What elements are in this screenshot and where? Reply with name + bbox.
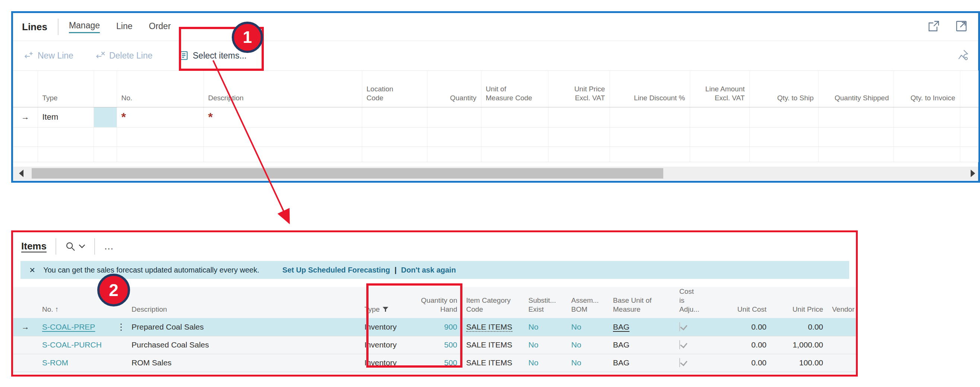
col-description[interactable]: Description bbox=[204, 70, 362, 107]
cost-adjusted-cell[interactable] bbox=[675, 318, 711, 336]
cost-adjusted-cell[interactable] bbox=[675, 336, 711, 354]
uom-cell[interactable] bbox=[481, 107, 548, 127]
col-no[interactable]: No. ↑ bbox=[38, 287, 127, 318]
item-category-cell[interactable]: SALE ITEMS bbox=[462, 336, 524, 354]
substit-exist-cell[interactable]: No bbox=[524, 336, 567, 354]
item-row[interactable]: S-COAL-PURCH Purchased Coal Sales Invent… bbox=[13, 336, 856, 354]
qty-on-hand-cell[interactable]: 500 bbox=[411, 354, 462, 372]
type-cell[interactable]: Inventory bbox=[360, 318, 411, 336]
qty-shipped-cell[interactable] bbox=[818, 107, 894, 127]
substit-exist-cell[interactable]: No bbox=[524, 354, 567, 372]
type-cell[interactable]: Inventory bbox=[360, 354, 411, 372]
no-cell[interactable]: S-COAL-PURCH bbox=[38, 336, 127, 354]
col-qty-to-ship[interactable]: Qty. to Ship bbox=[749, 70, 818, 107]
col-type[interactable]: Type bbox=[38, 70, 94, 107]
pin-icon[interactable] bbox=[957, 49, 978, 62]
assem-bom-cell[interactable]: No bbox=[567, 336, 608, 354]
item-no-link[interactable]: S-COAL-PURCH bbox=[42, 341, 102, 349]
item-row[interactable]: S-ROM ROM Sales Inventory 500 SALE ITEMS… bbox=[13, 354, 856, 372]
scroll-left-button[interactable] bbox=[19, 170, 24, 177]
col-qty-on-hand[interactable]: Quantity on Hand bbox=[411, 287, 462, 318]
qty-ship-cell[interactable] bbox=[749, 107, 818, 127]
col-quantity-shipped[interactable]: Quantity Shipped bbox=[818, 70, 894, 107]
tab-manage[interactable]: Manage bbox=[69, 21, 100, 33]
description-cell[interactable]: Purchased Coal Sales bbox=[127, 336, 360, 354]
no-cell[interactable]: S-COAL-PREP ⋮ bbox=[38, 318, 127, 336]
col-unit-cost[interactable]: Unit Cost bbox=[711, 287, 771, 318]
col-qty-to-invoice[interactable]: Qty. to Invoice bbox=[894, 70, 960, 107]
unit-cost-cell[interactable]: 0.00 bbox=[711, 336, 771, 354]
qty-invoice-cell[interactable] bbox=[894, 107, 960, 127]
description-cell[interactable]: ROM Sales bbox=[127, 354, 360, 372]
setup-forecasting-link[interactable]: Set Up Scheduled Forecasting bbox=[282, 266, 390, 274]
selection-cell[interactable] bbox=[94, 107, 117, 127]
notification-close-icon[interactable]: × bbox=[29, 265, 35, 275]
no-cell[interactable]: * bbox=[117, 107, 204, 127]
description-cell[interactable]: * bbox=[204, 107, 362, 127]
qty-on-hand-cell[interactable]: 900 bbox=[411, 318, 462, 336]
vendor-cell[interactable] bbox=[827, 336, 856, 354]
unit-cost-cell[interactable]: 0.00 bbox=[711, 318, 771, 336]
col-item-category[interactable]: Item Category Code bbox=[462, 287, 524, 318]
col-no[interactable]: No. bbox=[117, 70, 204, 107]
col-type[interactable]: Type bbox=[360, 287, 411, 318]
qty-on-hand-cell[interactable]: 500 bbox=[411, 336, 462, 354]
line-amount-cell[interactable] bbox=[690, 107, 749, 127]
col-assem-bom[interactable]: Assem... BOM bbox=[567, 287, 608, 318]
scroll-thumb[interactable] bbox=[32, 168, 663, 178]
unit-price-cell[interactable]: 1,000.00 bbox=[771, 336, 827, 354]
item-row-selected[interactable]: → S-COAL-PREP ⋮ Prepared Coal Sales Inve… bbox=[13, 318, 856, 336]
assem-bom-cell[interactable]: No bbox=[567, 354, 608, 372]
cost-adjusted-cell[interactable] bbox=[675, 354, 711, 372]
location-cell[interactable] bbox=[362, 107, 427, 127]
col-vendor[interactable]: Vendor bbox=[827, 287, 856, 318]
delete-line-button[interactable]: Delete Line bbox=[95, 50, 153, 61]
col-line-discount[interactable]: Line Discount % bbox=[609, 70, 690, 107]
unit-price-cell[interactable]: 0.00 bbox=[771, 318, 827, 336]
substit-exist-cell[interactable]: No bbox=[524, 318, 567, 336]
base-unit-cell[interactable]: BAG bbox=[608, 354, 675, 372]
lines-row-1[interactable]: → Item * * bbox=[13, 107, 978, 127]
more-options-button[interactable]: … bbox=[104, 240, 115, 252]
lines-row-2[interactable] bbox=[13, 127, 978, 147]
h-scrollbar[interactable] bbox=[13, 167, 978, 180]
line-discount-cell[interactable] bbox=[609, 107, 690, 127]
unit-cost-cell[interactable]: 0.00 bbox=[711, 354, 771, 372]
row-menu-icon[interactable]: ⋮ bbox=[117, 322, 126, 332]
popout-icon[interactable] bbox=[955, 20, 968, 34]
dont-ask-again-link[interactable]: Don't ask again bbox=[401, 266, 456, 274]
col-quantity[interactable]: Quantity bbox=[427, 70, 481, 107]
col-description[interactable]: Description bbox=[127, 287, 360, 318]
item-category-cell[interactable]: SALE ITEMS bbox=[462, 354, 524, 372]
new-line-button[interactable]: New Line bbox=[24, 50, 73, 61]
no-cell[interactable]: S-ROM bbox=[38, 354, 127, 372]
select-items-button[interactable]: Select items... bbox=[178, 50, 246, 61]
unit-price-cell[interactable] bbox=[548, 107, 609, 127]
col-substit-exist[interactable]: Substit... Exist bbox=[524, 287, 567, 318]
lines-row-3[interactable] bbox=[13, 147, 978, 162]
col-unit-price[interactable]: Unit Price bbox=[771, 287, 827, 318]
base-unit-cell[interactable]: BAG bbox=[608, 318, 675, 336]
col-location-code[interactable]: Location Code bbox=[362, 70, 427, 107]
col-unit-price[interactable]: Unit Price Excl. VAT bbox=[548, 70, 609, 107]
tab-line[interactable]: Line bbox=[116, 21, 132, 33]
items-title[interactable]: Items bbox=[21, 240, 46, 252]
description-cell[interactable]: Prepared Coal Sales bbox=[127, 318, 360, 336]
item-category-cell[interactable]: SALE ITEMS bbox=[462, 318, 524, 336]
base-unit-cell[interactable]: BAG bbox=[608, 336, 675, 354]
type-cell[interactable]: Item bbox=[38, 107, 94, 127]
search-button[interactable] bbox=[65, 241, 85, 252]
scroll-right-button[interactable] bbox=[971, 170, 975, 177]
col-base-unit[interactable]: Base Unit of Measure bbox=[608, 287, 675, 318]
share-icon[interactable] bbox=[928, 20, 940, 34]
vendor-cell[interactable] bbox=[827, 354, 856, 372]
item-no-link[interactable]: S-COAL-PREP bbox=[42, 323, 95, 331]
assem-bom-cell[interactable]: No bbox=[567, 318, 608, 336]
unit-price-cell[interactable]: 100.00 bbox=[771, 354, 827, 372]
col-line-amount[interactable]: Line Amount Excl. VAT bbox=[690, 70, 749, 107]
vendor-cell[interactable] bbox=[827, 318, 856, 336]
quantity-cell[interactable] bbox=[427, 107, 481, 127]
type-cell[interactable]: Inventory bbox=[360, 336, 411, 354]
item-no-link[interactable]: S-ROM bbox=[42, 358, 68, 367]
tab-order[interactable]: Order bbox=[149, 21, 171, 33]
